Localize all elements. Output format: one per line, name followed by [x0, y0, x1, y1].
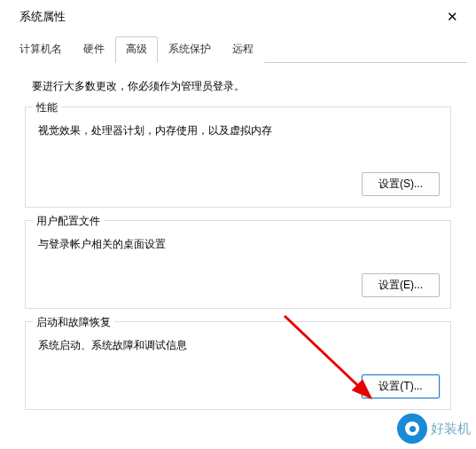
- user-profiles-settings-button[interactable]: 设置(E)...: [362, 273, 440, 297]
- group-user-profiles: 用户配置文件 与登录帐户相关的桌面设置 设置(E)...: [25, 220, 451, 309]
- tab-strip: 计算机名 硬件 高级 系统保护 远程: [9, 35, 467, 63]
- tab-system-protection[interactable]: 系统保护: [158, 36, 222, 63]
- group-startup-desc: 系统启动、系统故障和调试信息: [38, 338, 438, 353]
- group-performance: 性能 视觉效果，处理器计划，内存使用，以及虚拟内存 设置(S)...: [25, 106, 451, 208]
- tab-hardware[interactable]: 硬件: [73, 36, 115, 63]
- group-startup-recovery: 启动和故障恢复 系统启动、系统故障和调试信息 设置(T)...: [25, 321, 451, 410]
- group-user-profiles-title: 用户配置文件: [33, 214, 104, 229]
- tab-remote[interactable]: 远程: [222, 36, 264, 63]
- group-user-profiles-desc: 与登录帐户相关的桌面设置: [38, 237, 438, 252]
- admin-note: 要进行大多数更改，你必须作为管理员登录。: [32, 79, 444, 94]
- watermark-text: 好装机: [431, 421, 471, 437]
- watermark-logo-icon: [397, 414, 427, 444]
- window-title: 系统属性: [20, 9, 66, 25]
- group-performance-desc: 视觉效果，处理器计划，内存使用，以及虚拟内存: [38, 123, 438, 138]
- group-performance-title: 性能: [33, 100, 61, 115]
- tab-computer-name[interactable]: 计算机名: [9, 36, 73, 63]
- group-startup-title: 启动和故障恢复: [33, 315, 114, 330]
- startup-settings-button[interactable]: 设置(T)...: [362, 374, 440, 398]
- close-icon[interactable]: ✕: [441, 7, 464, 27]
- performance-settings-button[interactable]: 设置(S)...: [362, 172, 440, 196]
- watermark: 好装机: [397, 414, 471, 444]
- tab-advanced[interactable]: 高级: [115, 36, 158, 63]
